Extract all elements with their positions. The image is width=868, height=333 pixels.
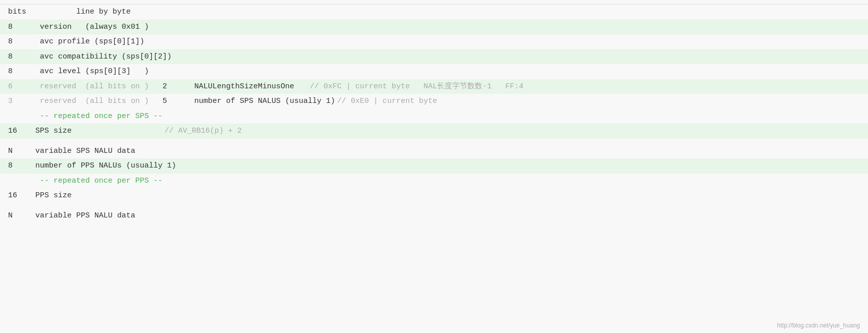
line-num-pps: 8 number of PPS NALUs (usually 1)	[0, 158, 868, 174]
line-avc-compat: 8 avc compatibility (sps[0][2])	[0, 49, 868, 65]
bits-variable-sps: N	[8, 145, 26, 158]
bits-num-sps: 5	[162, 95, 181, 108]
line-variable-pps: N variable PPS NALU data	[0, 208, 868, 224]
desc-reserved2: reserved (all bits on )	[26, 95, 162, 108]
code-block: bits line by byte 8 version (always 0x01…	[0, 0, 868, 333]
bits-num-pps: 8	[8, 159, 26, 173]
desc-num-pps: number of PPS NALUs (usually 1)	[26, 159, 176, 173]
bits-pps-size: 16	[8, 189, 26, 202]
bits-avc-compat: 8	[8, 50, 26, 64]
line-avc-level: 8 avc level (sps[0][3] )	[0, 64, 868, 79]
line-pps-size: 16 PPS size	[0, 188, 868, 203]
desc-reserved1: reserved (all bits on )	[26, 80, 162, 93]
line-variable-sps: N variable SPS NALU data	[0, 144, 868, 159]
line-reserved1: 6 reserved (all bits on ) 2 NALULengthSi…	[0, 79, 868, 94]
desc-version: version (always 0x01 )	[26, 21, 149, 34]
bits-sps-size: 16	[8, 125, 26, 138]
blank-line-2	[0, 203, 868, 208]
comment-nalu-length: // 0xFC | current byte NAL长度字节数数-1 FF:4	[296, 80, 523, 93]
desc-avc-profile: avc profile (sps[0][1])	[26, 35, 144, 48]
bits-header: bits line by byte	[8, 6, 26, 19]
bits-reserved1: 6	[8, 80, 26, 93]
comment-sps-size: // AV_RB16(p) + 2	[74, 125, 242, 138]
desc-num-sps: number of SPS NALUS (usually 1)	[181, 95, 335, 108]
desc-avc-compat: avc compatibility (sps[0][2])	[26, 50, 172, 64]
line-repeated-sps: -- repeated once per SPS --	[0, 109, 868, 124]
line-sps-size: 16 SPS size // AV_RB16(p) + 2	[0, 124, 868, 139]
bits-variable-pps: N	[8, 209, 26, 223]
desc-variable-pps: variable PPS NALU data	[26, 209, 135, 223]
desc-pps-size: PPS size	[26, 189, 72, 202]
bits-avc-level: 8	[8, 65, 26, 78]
blank-line-1	[0, 139, 868, 144]
comment-num-sps: // 0xE0 | current byte	[337, 95, 437, 108]
text-repeated-sps: -- repeated once per SPS --	[26, 110, 162, 123]
bits-version: 8	[8, 21, 26, 34]
desc-sps-size: SPS size	[26, 125, 72, 138]
text-repeated-pps: -- repeated once per PPS --	[26, 175, 162, 188]
desc-variable-sps: variable SPS NALU data	[26, 145, 135, 158]
bits-reserved2: 3	[8, 95, 26, 108]
bits-avc-profile: 8	[8, 35, 26, 48]
line-avc-profile: 8 avc profile (sps[0][1])	[0, 34, 868, 49]
line-reserved2: 3 reserved (all bits on ) 5 number of SP…	[0, 94, 868, 109]
desc-nalu-length: NALULengthSizeMinusOne	[181, 80, 294, 93]
bits-nalu-length: 2	[162, 80, 181, 93]
header-line: bits line by byte	[0, 4, 868, 20]
line-version: 8 version (always 0x01 )	[0, 20, 868, 35]
desc-avc-level: avc level (sps[0][3] )	[26, 65, 149, 78]
watermark: http://blog.csdn.net/yue_huang	[777, 322, 860, 329]
line-repeated-pps: -- repeated once per PPS --	[0, 174, 868, 189]
